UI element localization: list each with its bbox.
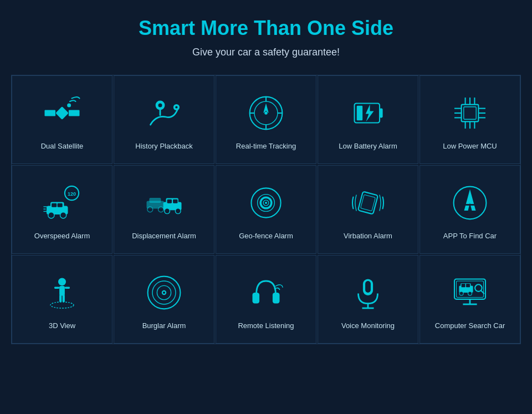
svg-point-40: [48, 212, 54, 218]
overspeed-alarm-label: Overspeed Alarm: [34, 232, 90, 241]
svg-rect-39: [58, 203, 63, 207]
burglar-alarm-icon: [142, 270, 186, 315]
svg-rect-38: [52, 203, 57, 207]
displacement-alarm-label: Displacement Alarm: [132, 232, 196, 241]
svg-rect-62: [361, 195, 376, 211]
app-to-find-car-icon: [448, 181, 492, 225]
svg-point-7: [175, 106, 177, 108]
svg-rect-17: [380, 109, 383, 118]
overspeed-alarm-icon: 120: [40, 181, 84, 225]
svg-rect-68: [63, 295, 65, 303]
svg-rect-46: [149, 198, 161, 203]
svg-point-76: [163, 292, 165, 294]
grid-item-realtime-tracking[interactable]: Real-time Tracking: [216, 75, 316, 164]
voice-monitoring-label: Voice Monitoring: [341, 321, 395, 331]
svg-rect-90: [466, 284, 470, 287]
vibration-alarm-label: Virbation Alarm: [344, 232, 392, 241]
svg-point-53: [165, 208, 170, 214]
realtime-tracking-icon: [244, 91, 288, 135]
svg-point-54: [175, 208, 181, 214]
low-power-mcu-icon: [448, 91, 492, 135]
grid-item-dual-satellite[interactable]: Dual Satellite: [12, 75, 112, 164]
dual-satellite-label: Dual Satellite: [41, 142, 84, 151]
grid-item-history-playback[interactable]: History Plackback: [114, 75, 214, 164]
svg-rect-21: [464, 107, 476, 119]
svg-rect-0: [55, 106, 69, 120]
voice-monitoring-icon: [346, 270, 390, 315]
low-battery-alarm-icon: [346, 91, 390, 135]
svg-rect-67: [59, 295, 62, 303]
low-power-mcu-label: Low Power MCU: [443, 142, 497, 151]
svg-rect-78: [273, 293, 280, 304]
history-playback-icon: [142, 91, 186, 135]
3d-view-icon: [40, 270, 84, 315]
page-title: Smart More Than One Side: [139, 17, 393, 40]
svg-point-65: [58, 278, 66, 285]
svg-rect-51: [167, 200, 172, 203]
svg-point-92: [468, 292, 472, 295]
grid-item-low-battery-alarm[interactable]: Low Battery Alarm: [318, 75, 418, 164]
svg-rect-69: [54, 287, 59, 289]
page-subtitle: Give your car a safety guarantee!: [192, 47, 340, 58]
geo-fence-alarm-label: Geo-fence Alarm: [239, 232, 293, 241]
grid-item-app-to-find-car[interactable]: APP To Find Car: [420, 165, 520, 254]
app-to-find-car-label: APP To Find Car: [443, 232, 497, 241]
grid-item-displacement-alarm[interactable]: Displacement Alarm: [114, 165, 214, 254]
svg-point-5: [158, 104, 162, 108]
computer-search-car-icon: [448, 270, 492, 315]
svg-marker-19: [366, 105, 374, 122]
3d-view-label: 3D View: [49, 321, 75, 331]
displacement-alarm-icon: [142, 181, 186, 225]
realtime-tracking-label: Real-time Tracking: [236, 142, 296, 151]
svg-rect-2: [69, 110, 80, 116]
grid-item-3d-view[interactable]: 3D View: [12, 255, 112, 344]
computer-search-car-label: Computer Search Car: [435, 321, 505, 331]
svg-point-15: [264, 111, 268, 115]
svg-rect-18: [357, 106, 363, 121]
dual-satellite-icon: [40, 91, 84, 135]
svg-point-71: [50, 302, 74, 308]
svg-text:120: 120: [68, 191, 76, 197]
svg-rect-52: [173, 200, 177, 203]
history-playback-label: History Plackback: [135, 142, 192, 151]
low-battery-alarm-label: Low Battery Alarm: [339, 142, 397, 151]
grid-item-overspeed-alarm[interactable]: 120 Overspeed Alarm: [12, 165, 112, 254]
svg-rect-1: [45, 110, 56, 116]
svg-rect-61: [358, 192, 378, 214]
svg-rect-80: [365, 281, 371, 293]
grid-item-computer-search-car[interactable]: Computer Search Car: [420, 255, 520, 344]
grid-item-voice-monitoring[interactable]: Voice Monitoring: [318, 255, 418, 344]
remote-listening-label: Remote Listening: [238, 321, 294, 331]
remote-listening-icon: [244, 270, 288, 315]
svg-rect-77: [253, 293, 260, 304]
svg-point-91: [459, 292, 463, 295]
geo-fence-alarm-icon: [244, 181, 288, 225]
grid-item-burglar-alarm[interactable]: Burglar Alarm: [114, 255, 214, 344]
grid-item-low-power-mcu[interactable]: Low Power MCU: [420, 75, 520, 164]
svg-point-48: [158, 207, 164, 212]
svg-rect-89: [462, 284, 466, 287]
grid-item-vibration-alarm[interactable]: Virbation Alarm: [318, 165, 418, 254]
svg-point-41: [60, 212, 66, 218]
svg-point-47: [147, 207, 153, 212]
burglar-alarm-label: Burglar Alarm: [142, 321, 186, 331]
vibration-alarm-icon: [346, 181, 390, 225]
features-grid: Dual Satellite History Plackback: [11, 75, 521, 344]
grid-item-remote-listening[interactable]: Remote Listening: [216, 255, 316, 344]
svg-point-60: [265, 202, 267, 204]
grid-item-geo-fence-alarm[interactable]: Geo-fence Alarm: [216, 165, 316, 254]
svg-rect-70: [65, 287, 70, 289]
svg-point-3: [67, 104, 71, 108]
svg-rect-66: [59, 286, 65, 296]
